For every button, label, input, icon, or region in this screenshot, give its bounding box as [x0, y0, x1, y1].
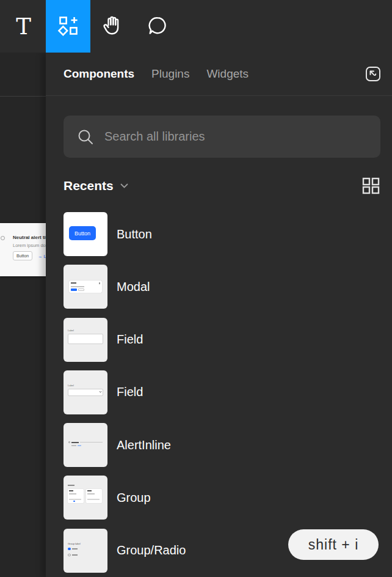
component-thumbnail: Label	[64, 318, 107, 362]
component-item-group[interactable]: Group	[64, 476, 392, 520]
search-icon	[76, 128, 95, 146]
components-list: Button Button Modal Label Field Label	[64, 212, 392, 577]
recents-header: Recents	[64, 174, 380, 198]
text-tool-button[interactable]: T	[1, 0, 46, 53]
alert-link[interactable]: → Link text	[38, 254, 46, 259]
component-thumbnail: Button	[64, 212, 107, 256]
alert-title: Neutral alert title	[13, 235, 46, 240]
tab-components[interactable]: Components	[64, 67, 134, 81]
thumb-button-preview: Button	[69, 226, 96, 240]
hand-icon	[102, 15, 124, 39]
component-item-button[interactable]: Button Button	[64, 212, 392, 256]
tab-plugins[interactable]: Plugins	[151, 67, 189, 81]
recents-title: Recents	[64, 178, 114, 193]
component-label: Group/Radio	[117, 543, 186, 557]
hand-tool-button[interactable]	[90, 0, 135, 53]
panel-header: Components Plugins Widgets	[46, 53, 392, 96]
canvas-area[interactable]: Neutral alert title Lorem ipsum dolor am…	[0, 53, 46, 577]
popout-arrow-icon	[363, 64, 383, 84]
component-item-field[interactable]: Label Field	[64, 318, 392, 362]
component-label: Field	[117, 385, 143, 399]
component-thumbnail	[64, 423, 107, 467]
component-thumbnail: Group label	[64, 529, 107, 573]
comment-icon	[147, 15, 169, 39]
search-box[interactable]	[64, 116, 380, 158]
grid-icon	[362, 177, 380, 194]
grid-view-toggle[interactable]	[361, 177, 380, 195]
search-input[interactable]	[104, 130, 371, 144]
component-label: Button	[117, 227, 152, 241]
component-label: Group	[117, 491, 151, 505]
alert-info-icon	[1, 236, 5, 240]
recents-dropdown[interactable]: Recents	[64, 178, 129, 193]
components-icon	[57, 15, 79, 39]
components-tool-button[interactable]	[46, 0, 90, 53]
component-item-modal[interactable]: Modal	[64, 265, 392, 309]
canvas-alert-component[interactable]: Neutral alert title Lorem ipsum dolor am…	[0, 223, 46, 276]
tab-widgets[interactable]: Widgets	[206, 67, 249, 81]
component-thumbnail: Label	[64, 370, 107, 414]
component-item-alertinline[interactable]: AlertInline	[64, 423, 392, 467]
comment-tool-button[interactable]	[135, 0, 180, 53]
alert-body-text: Lorem ipsum dolor amet conseq	[13, 243, 46, 248]
component-item-field-select[interactable]: Label Field	[64, 370, 392, 414]
component-label: AlertInline	[117, 438, 171, 452]
canvas-frame-edge	[0, 96, 46, 97]
alert-button[interactable]: Button	[13, 251, 32, 260]
text-tool-icon: T	[16, 13, 31, 40]
component-thumbnail	[64, 265, 107, 309]
chevron-down-icon	[120, 182, 129, 189]
component-label: Modal	[117, 280, 150, 294]
toolbar: T	[0, 0, 392, 53]
shortcut-hint-badge: shift + i	[288, 529, 379, 560]
component-thumbnail	[64, 476, 107, 520]
open-as-window-button[interactable]	[363, 64, 383, 84]
assets-panel: Components Plugins Widgets Recents	[46, 53, 392, 577]
component-label: Field	[117, 333, 143, 347]
